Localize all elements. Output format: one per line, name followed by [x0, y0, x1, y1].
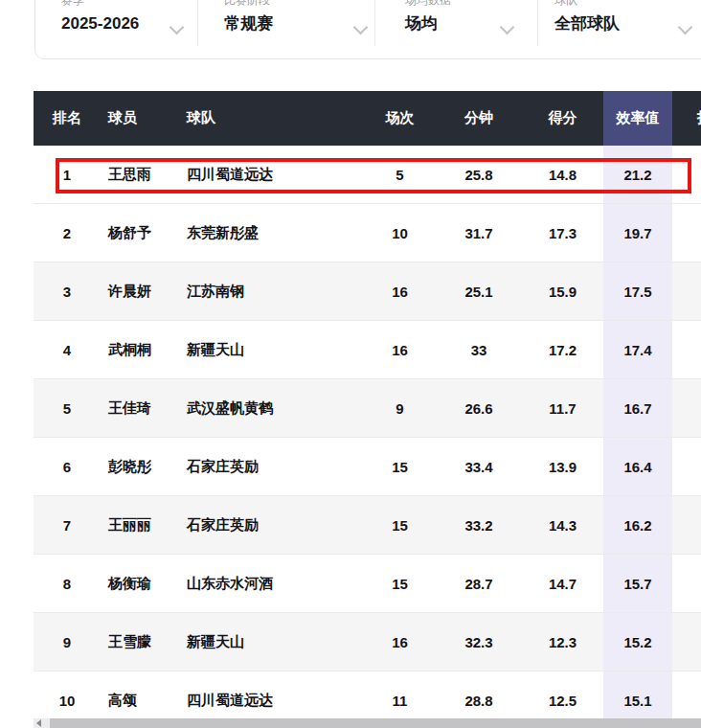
- stat-mode-label: 场均数据: [405, 0, 512, 7]
- cell-rank: 5: [34, 379, 101, 438]
- cell-points: 14.3: [522, 496, 603, 555]
- season-select[interactable]: 赛季 2025-2026: [61, 0, 182, 43]
- scroll-left-arrow-icon[interactable]: [36, 719, 41, 727]
- filter-panel: 赛季 2025-2026 比赛阶段 常规赛 场均数据 场均 球队 全部球队: [34, 0, 701, 59]
- cell-minutes: 33.2: [436, 496, 522, 555]
- cell-rank: 2: [34, 204, 101, 262]
- cell-efficiency: 15.7: [603, 555, 672, 613]
- header-player[interactable]: 球员: [101, 91, 182, 146]
- cell-team: 四川蜀道远达: [182, 671, 364, 721]
- header-next-clipped[interactable]: 投篮: [672, 91, 701, 146]
- cell-points: 17.3: [522, 204, 603, 262]
- scrollbar-thumb[interactable]: [50, 718, 701, 728]
- table-row[interactable]: 8杨衡瑜山东赤水河酒1528.714.715.7: [34, 555, 701, 613]
- player-stats-table: 排名 球员 球队 场次 分钟 得分 效率值 投篮 1王思雨四川蜀道远达525.8…: [34, 91, 701, 720]
- header-efficiency[interactable]: 效率值: [603, 91, 672, 146]
- table-row[interactable]: 1王思雨四川蜀道远达525.814.821.2: [34, 146, 701, 204]
- filter-divider: [197, 0, 198, 46]
- cell-player: 王佳琦: [101, 379, 182, 438]
- header-minutes[interactable]: 分钟: [436, 91, 522, 146]
- stage-label: 比赛阶段: [224, 0, 366, 7]
- cell-games: 16: [364, 262, 436, 321]
- cell-player: 王雪朦: [101, 613, 182, 671]
- cell-filler: [672, 262, 701, 321]
- table-row[interactable]: 6彭晓彤石家庄英励1533.413.916.4: [34, 438, 701, 496]
- cell-filler: [672, 496, 701, 555]
- cell-efficiency: 16.7: [603, 379, 672, 438]
- table-row[interactable]: 5王佳琦武汉盛帆黄鹤926.611.716.7: [34, 379, 701, 438]
- cell-team: 新疆天山: [182, 613, 364, 671]
- cell-efficiency: 15.1: [603, 671, 672, 721]
- cell-efficiency: 17.4: [603, 321, 672, 379]
- header-rank[interactable]: 排名: [34, 91, 101, 146]
- cell-team: 石家庄英励: [182, 496, 364, 555]
- cell-efficiency: 19.7: [603, 204, 672, 262]
- stage-value: 常规赛: [224, 12, 366, 35]
- table-row[interactable]: 2杨舒予东莞新彤盛1031.717.319.7: [34, 204, 701, 262]
- table-row[interactable]: 9王雪朦新疆天山1632.312.315.2: [34, 613, 701, 671]
- cell-minutes: 25.1: [436, 262, 522, 321]
- cell-rank: 7: [34, 496, 101, 555]
- cell-minutes: 33.4: [436, 438, 522, 496]
- cell-points: 14.7: [522, 555, 603, 613]
- cell-points: 11.7: [522, 379, 603, 438]
- team-select[interactable]: 球队 全部球队: [554, 0, 690, 43]
- cell-filler: [672, 671, 701, 721]
- header-points[interactable]: 得分: [522, 91, 603, 146]
- cell-minutes: 26.6: [436, 379, 522, 438]
- cell-efficiency: 17.5: [603, 262, 672, 321]
- cell-team: 新疆天山: [182, 321, 364, 379]
- table-row[interactable]: 4武桐桐新疆天山163317.217.4: [34, 321, 701, 379]
- filter-divider: [374, 0, 375, 46]
- cell-efficiency: 21.2: [603, 146, 672, 204]
- cell-rank: 6: [34, 438, 101, 496]
- stage-select[interactable]: 比赛阶段 常规赛: [224, 0, 366, 43]
- cell-player: 杨衡瑜: [101, 555, 182, 613]
- cell-efficiency: 16.4: [603, 438, 672, 496]
- cell-games: 15: [364, 496, 436, 555]
- cell-rank: 10: [34, 671, 101, 721]
- cell-team: 四川蜀道远达: [182, 146, 364, 204]
- cell-points: 14.8: [522, 146, 603, 204]
- cell-efficiency: 15.2: [603, 613, 672, 671]
- cell-player: 王思雨: [101, 146, 182, 204]
- cell-games: 16: [364, 613, 436, 671]
- cell-games: 16: [364, 321, 436, 379]
- cell-player: 王丽丽: [101, 496, 182, 555]
- cell-team: 山东赤水河酒: [182, 555, 364, 613]
- cell-filler: [672, 379, 701, 438]
- horizontal-scrollbar[interactable]: [34, 718, 701, 728]
- cell-games: 5: [364, 146, 436, 204]
- cell-points: 15.9: [522, 262, 603, 321]
- cell-games: 9: [364, 379, 436, 438]
- cell-rank: 8: [34, 555, 101, 613]
- stat-mode-value: 场均: [405, 12, 512, 35]
- cell-filler: [672, 146, 701, 204]
- cell-filler: [672, 204, 701, 262]
- cell-rank: 9: [34, 613, 101, 671]
- cell-games: 15: [364, 555, 436, 613]
- cell-efficiency: 16.2: [603, 496, 672, 555]
- team-label: 球队: [554, 0, 690, 7]
- table-row[interactable]: 7王丽丽石家庄英励1533.214.316.2: [34, 496, 701, 555]
- cell-points: 12.3: [522, 613, 603, 671]
- cell-rank: 3: [34, 262, 101, 321]
- cell-minutes: 32.3: [436, 613, 522, 671]
- table-body: 1王思雨四川蜀道远达525.814.821.22杨舒予东莞新彤盛1031.717…: [34, 146, 701, 720]
- cell-team: 石家庄英励: [182, 438, 364, 496]
- table-row[interactable]: 10高颂四川蜀道远达1128.812.515.1: [34, 671, 701, 721]
- table-row[interactable]: 3许晨妍江苏南钢1625.115.917.5: [34, 262, 701, 321]
- cell-player: 武桐桐: [101, 321, 182, 379]
- cell-filler: [672, 438, 701, 496]
- cell-team: 武汉盛帆黄鹤: [182, 379, 364, 438]
- stat-mode-select[interactable]: 场均数据 场均: [405, 0, 512, 43]
- cell-minutes: 25.8: [436, 146, 522, 204]
- header-team[interactable]: 球队: [182, 91, 364, 146]
- season-label: 赛季: [61, 0, 182, 7]
- cell-filler: [672, 555, 701, 613]
- cell-team: 江苏南钢: [182, 262, 364, 321]
- cell-player: 高颂: [101, 671, 182, 721]
- cell-player: 许晨妍: [101, 262, 182, 321]
- cell-rank: 1: [34, 146, 101, 204]
- header-games[interactable]: 场次: [364, 91, 436, 146]
